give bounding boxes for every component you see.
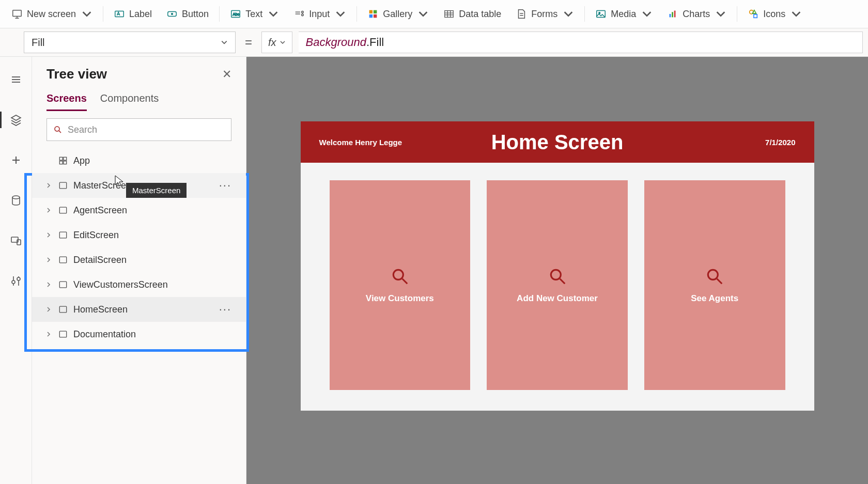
rail-tree-view[interactable]	[0, 107, 32, 132]
tree-tabs: Screens Components	[32, 87, 246, 111]
formula-bar: Fill = fx Background.Fill	[0, 28, 868, 57]
screen-icon	[58, 329, 68, 339]
svg-rect-0	[13, 10, 22, 17]
svg-rect-40	[59, 157, 63, 160]
label-icon	[114, 8, 125, 20]
separator	[584, 6, 585, 22]
svg-rect-13	[374, 10, 377, 13]
label-text: Label	[129, 9, 152, 20]
tile-add-new-customer[interactable]: Add New Customer	[487, 180, 628, 390]
chevron-right-icon[interactable]	[44, 307, 53, 312]
forms-button[interactable]: Forms	[509, 5, 580, 23]
tree-row-label: ViewCustomersScreen	[73, 279, 168, 290]
chevron-down-icon	[563, 8, 574, 20]
chevron-down-icon	[280, 39, 286, 45]
tile-view-customers[interactable]: View Customers	[330, 180, 471, 390]
welcome-text: Welcome Henry Legge	[319, 138, 402, 147]
more-button[interactable]: ···	[219, 303, 231, 316]
label-button[interactable]: Label	[107, 5, 158, 23]
property-selector[interactable]: Fill	[24, 32, 236, 53]
media-button[interactable]: Media	[589, 5, 659, 23]
svg-point-5	[172, 13, 173, 15]
svg-line-52	[402, 279, 408, 284]
svg-line-54	[560, 279, 565, 284]
rail-data[interactable]	[0, 188, 32, 213]
rail-tools[interactable]	[0, 269, 32, 293]
chevron-down-icon	[221, 39, 228, 46]
text-button[interactable]: Abc Text	[224, 5, 285, 23]
svg-line-56	[717, 279, 722, 284]
tab-components[interactable]: Components	[100, 92, 159, 111]
charts-label: Charts	[683, 9, 710, 20]
tree-row-homescreen[interactable]: HomeScreen ···	[32, 297, 246, 322]
tree-row-detailscreen[interactable]: DetailScreen	[32, 247, 246, 272]
screen-icon	[58, 279, 68, 290]
left-rail	[0, 57, 32, 484]
canvas-area[interactable]: Welcome Henry Legge Home Screen 7/1/2020…	[246, 57, 868, 484]
tree-row-app[interactable]: App	[32, 148, 246, 173]
tree-list: App MasterScreen ···	[32, 146, 246, 349]
tree-row-editscreen[interactable]: EditScreen	[32, 223, 246, 247]
charts-button[interactable]: Charts	[661, 5, 733, 23]
tree-view-panel: Tree view ✕ Screens Components Search Ap…	[32, 57, 246, 484]
tree-search-input[interactable]: Search	[47, 118, 231, 141]
chevron-right-icon[interactable]	[44, 257, 53, 262]
svg-rect-46	[59, 232, 66, 238]
app-title: Home Screen	[491, 131, 624, 154]
chevron-down-icon	[791, 8, 802, 20]
rail-media[interactable]	[0, 228, 32, 253]
text-icon: Abc	[230, 8, 241, 20]
new-screen-button[interactable]: New screen	[5, 5, 99, 23]
chevron-right-icon[interactable]	[44, 208, 53, 213]
button-text: Button	[182, 9, 209, 20]
svg-point-35	[12, 196, 20, 199]
chevron-right-icon[interactable]	[44, 183, 53, 188]
icons-button[interactable]: Icons	[741, 5, 808, 23]
tile-label: View Customers	[366, 293, 434, 304]
gallery-icon	[367, 8, 379, 20]
svg-rect-48	[59, 282, 66, 288]
button-button[interactable]: Button	[160, 5, 215, 23]
screen-icon	[11, 8, 23, 20]
tree-row-label: HomeScreen	[73, 304, 128, 315]
tile-see-agents[interactable]: See Agents	[644, 180, 785, 390]
icons-label: Icons	[763, 9, 785, 20]
rail-hamburger[interactable]	[0, 67, 32, 92]
chevron-right-icon[interactable]	[44, 282, 53, 287]
tree-row-masterscreen[interactable]: MasterScreen ···	[32, 173, 246, 198]
input-button[interactable]: Input	[287, 5, 352, 23]
svg-point-11	[302, 14, 304, 16]
app-canvas[interactable]: Welcome Henry Legge Home Screen 7/1/2020…	[301, 121, 814, 411]
app-tiles: View Customers Add New Customer See Agen…	[301, 163, 814, 411]
tree-close-button[interactable]: ✕	[222, 68, 231, 81]
chevron-right-icon[interactable]	[44, 232, 53, 238]
charts-icon	[667, 8, 678, 20]
svg-rect-45	[59, 207, 66, 213]
search-placeholder: Search	[68, 124, 97, 135]
gallery-button[interactable]: Gallery	[361, 5, 435, 23]
text-label: Text	[245, 9, 262, 20]
rail-insert[interactable]	[0, 148, 32, 173]
data-table-button[interactable]: Data table	[437, 5, 507, 23]
separator	[219, 6, 220, 22]
fx-button[interactable]: fx	[261, 32, 292, 53]
fx-label: fx	[268, 37, 276, 49]
formula-input[interactable]: Background.Fill	[299, 32, 863, 53]
svg-rect-12	[369, 10, 373, 13]
svg-line-39	[59, 131, 61, 133]
more-button[interactable]: ···	[219, 179, 231, 192]
svg-rect-47	[59, 257, 66, 263]
chevron-right-icon[interactable]	[44, 332, 53, 337]
svg-rect-44	[59, 182, 66, 189]
forms-label: Forms	[531, 9, 557, 20]
tree-row-documentation[interactable]: Documentation	[32, 322, 246, 347]
formula-object: Background	[306, 36, 366, 49]
screen-icon	[58, 304, 68, 315]
tree-row-viewcustomersscreen[interactable]: ViewCustomersScreen	[32, 272, 246, 297]
app-date: 7/1/2020	[765, 138, 795, 147]
tile-label: See Agents	[691, 293, 738, 304]
tree-row-agentscreen[interactable]: AgentScreen	[32, 198, 246, 223]
tab-screens[interactable]: Screens	[47, 92, 87, 111]
svg-point-10	[302, 11, 304, 13]
app-header: Welcome Henry Legge Home Screen 7/1/2020	[301, 121, 814, 163]
